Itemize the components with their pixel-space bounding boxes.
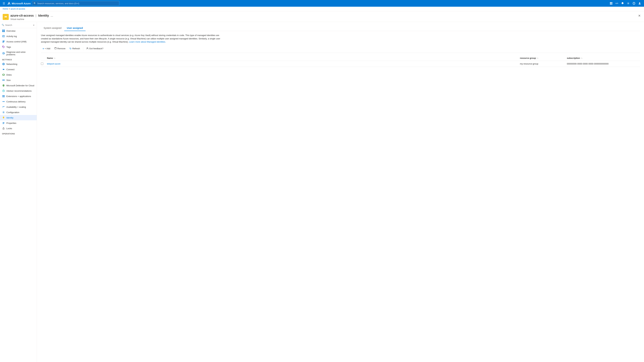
sidebar-item-label-connect: Connect — [6, 68, 14, 71]
extensions-icon — [2, 95, 5, 98]
sidebar-item-label-networking: Networking — [6, 63, 17, 65]
page-title: azure-cli-access | Identity — [10, 14, 49, 17]
tab-system-assigned[interactable]: System assigned — [41, 25, 64, 31]
sidebar-item-properties[interactable]: Properties — [0, 120, 37, 126]
sidebar-item-label-overview: Overview — [6, 30, 16, 32]
breadcrumb-current[interactable]: azure-cli-access — [10, 8, 25, 10]
sidebar-search-input[interactable] — [5, 24, 31, 26]
continuous-delivery-icon — [2, 100, 5, 103]
sidebar-collapse-button[interactable]: « — [32, 23, 35, 27]
row-resource-group: my-resource-group — [520, 62, 567, 65]
notification-icon[interactable] — [620, 1, 625, 6]
svg-rect-1 — [611, 2, 612, 3]
svg-rect-11 — [5, 18, 6, 18]
feedback-button[interactable]: Got feedback? — [84, 46, 105, 51]
resource-group-column-header[interactable]: resource group ↑↓ — [520, 57, 567, 59]
breadcrumb: Home > azure-cli-access — [0, 7, 644, 11]
sidebar-item-connect[interactable]: Connect — [0, 67, 37, 72]
svg-rect-35 — [4, 96, 4, 97]
size-icon — [2, 79, 5, 82]
sidebar-item-tags[interactable]: Tags — [0, 44, 37, 50]
name-sort-icon: ↑↓ — [54, 57, 55, 59]
svg-point-45 — [87, 47, 88, 48]
search-input[interactable] — [37, 2, 118, 5]
sidebar-item-label-availability: Availability + scaling — [6, 106, 26, 108]
configuration-icon — [2, 111, 5, 114]
sidebar-item-overview[interactable]: Overview — [0, 28, 37, 33]
sidebar-item-label-tags: Tags — [6, 46, 11, 48]
sidebar-item-extensions[interactable]: Extensions + applications — [0, 93, 37, 99]
topbar-icons — [608, 1, 642, 6]
disks-icon — [2, 73, 5, 76]
sidebar-item-size[interactable]: Size — [0, 77, 37, 83]
svg-point-38 — [3, 112, 4, 113]
table-row: teleport-azure my-resource-group 0000000… — [41, 61, 640, 67]
defender-icon — [2, 84, 5, 87]
svg-point-28 — [2, 74, 4, 75]
search-icon: 🔍 — [34, 2, 36, 5]
sidebar-item-continuous-delivery[interactable]: Continuous delivery — [0, 99, 37, 104]
sidebar-item-access-control[interactable]: Access control (IAM) — [0, 39, 37, 44]
sidebar-item-label-disks: Disks — [6, 73, 12, 76]
sidebar-item-availability[interactable]: Availability + scaling — [0, 104, 37, 110]
svg-rect-43 — [3, 128, 4, 129]
sidebar-item-label-advisor: Advisor recommendations — [6, 90, 32, 92]
sidebar-search-icon: 🔍 — [2, 24, 4, 26]
sidebar-item-advisor[interactable]: Advisor recommendations — [0, 88, 37, 93]
refresh-button[interactable]: ↻ Refresh — [68, 46, 82, 51]
refresh-icon: ↻ — [70, 47, 72, 50]
subscription-column-header[interactable]: subscription ↑↓ — [567, 57, 634, 59]
more-options-button[interactable]: ... — [50, 13, 54, 18]
account-icon[interactable] — [637, 1, 642, 6]
add-button[interactable]: + + Add — [41, 46, 52, 51]
vm-icon — [4, 15, 8, 19]
page-header: azure-cli-access | Identity ... Virtual … — [0, 11, 644, 22]
table-header: Name ↑↓ resource group ↑↓ subscription ↑… — [41, 55, 640, 61]
sidebar-item-label-properties: Properties — [6, 122, 16, 124]
operations-section-label: Operations — [0, 131, 37, 135]
sidebar-item-label-locks: Locks — [6, 127, 12, 130]
tabs: System assigned User assigned — [41, 25, 640, 31]
svg-point-8 — [639, 2, 640, 3]
toolbar-separator — [83, 47, 83, 50]
identity-name-link[interactable]: teleport-azure — [47, 62, 60, 65]
close-button[interactable]: ✕ — [638, 13, 641, 18]
sidebar-item-configuration[interactable]: Configuration — [0, 110, 37, 115]
sidebar-item-label-access-control: Access control (IAM) — [6, 40, 26, 43]
tab-user-assigned[interactable]: User assigned — [64, 25, 86, 31]
feedback-icon — [86, 47, 88, 50]
portal-icon[interactable] — [608, 1, 614, 6]
content-area: System assigned User assigned User assig… — [37, 22, 644, 362]
sidebar-search-bar[interactable]: 🔍 « — [0, 22, 37, 28]
row-subscription: 00000000-0000-0000-0000-000000000000 — [567, 62, 634, 65]
sidebar-item-identity[interactable]: Identity — [0, 115, 37, 120]
svg-rect-10 — [4, 16, 7, 17]
settings-icon[interactable] — [626, 1, 631, 6]
cloud-shell-icon[interactable] — [614, 1, 620, 6]
settings-section-label: Settings — [0, 57, 37, 61]
svg-rect-44 — [55, 48, 56, 49]
sidebar-item-disks[interactable]: Disks — [0, 72, 37, 77]
page-title-block: azure-cli-access | Identity ... Virtual … — [10, 13, 54, 20]
sidebar-item-networking[interactable]: Networking — [0, 61, 37, 67]
sidebar-item-activity-log[interactable]: Activity log — [0, 33, 37, 39]
sidebar-item-label-extensions: Extensions + applications — [6, 95, 31, 97]
sidebar-item-locks[interactable]: Locks — [0, 126, 37, 131]
sidebar-item-diagnose[interactable]: Diagnose and solve problems — [0, 50, 37, 57]
remove-button[interactable]: Remove — [53, 46, 67, 51]
global-search[interactable]: 🔍 — [32, 1, 119, 6]
row-checkbox[interactable] — [41, 62, 47, 65]
activity-log-icon — [2, 35, 5, 38]
diagnose-icon — [2, 52, 5, 55]
sidebar-item-defender[interactable]: Microsoft Defender for Cloud — [0, 83, 37, 88]
identity-table: Name ↑↓ resource group ↑↓ subscription ↑… — [41, 55, 640, 67]
svg-rect-32 — [2, 95, 3, 96]
main-layout: 🔍 « Overview Activity log A — [0, 22, 644, 362]
help-icon[interactable] — [631, 1, 636, 6]
networking-icon — [2, 62, 5, 65]
hamburger-menu[interactable]: ☰ — [2, 1, 6, 6]
name-column-header[interactable]: Name ↑↓ — [47, 57, 520, 59]
breadcrumb-home[interactable]: Home — [3, 8, 8, 10]
svg-rect-2 — [610, 3, 611, 4]
learn-more-link[interactable]: Learn more about Managed identities. — [129, 40, 166, 43]
